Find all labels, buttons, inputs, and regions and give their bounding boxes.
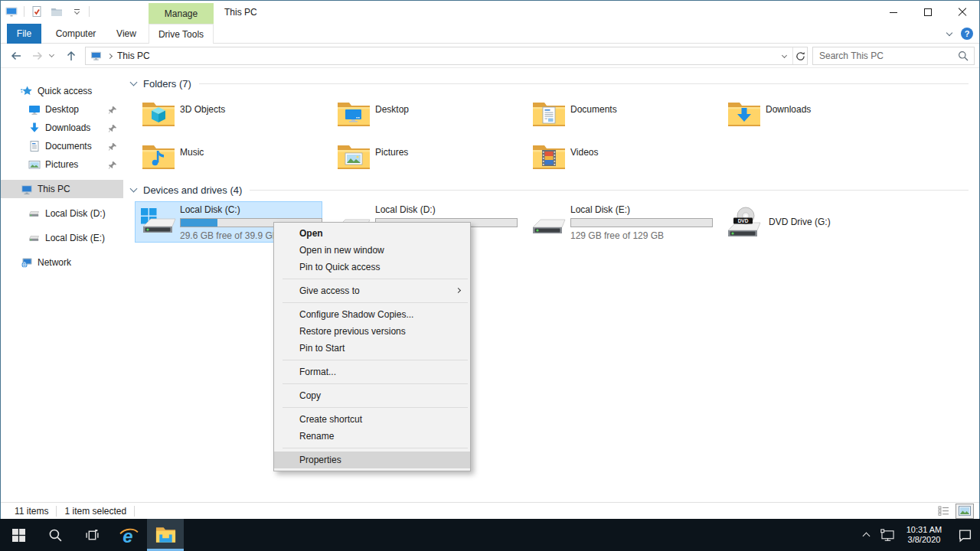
this-pc-icon — [21, 183, 33, 195]
network-icon — [880, 529, 895, 542]
folder-tile-music[interactable]: Music — [141, 139, 336, 182]
sidebar-item-documents[interactable]: Documents — [1, 137, 123, 155]
group-header-folders: Folders (7) — [123, 77, 979, 90]
hard-drive-icon — [28, 232, 41, 244]
taskbar-clock[interactable]: 10:31 AM 3/8/2020 — [899, 525, 949, 545]
sidebar-item-pictures[interactable]: Pictures — [1, 155, 123, 174]
navigation-pane: Quick access Desktop Downloads — [1, 68, 123, 502]
back-button[interactable] — [7, 44, 25, 68]
qat-customize-chevron[interactable] — [69, 4, 84, 19]
refresh-icon[interactable] — [792, 47, 807, 64]
up-button[interactable] — [62, 44, 80, 68]
close-icon — [958, 8, 967, 17]
menu-separator — [283, 302, 468, 303]
qat-new-folder-icon[interactable] — [49, 4, 64, 19]
breadcrumb-this-pc[interactable]: This PC — [117, 51, 150, 61]
menu-item-rename[interactable]: Rename — [274, 428, 470, 445]
dvd-badge: DVD — [738, 218, 749, 223]
folder-tile-pictures[interactable]: Pictures — [336, 139, 531, 182]
menu-item-format[interactable]: Format... — [274, 364, 470, 380]
sidebar-item-this-pc[interactable]: This PC — [1, 180, 123, 198]
file-list-pane: Folders (7) 3D Objects Desktop Documents — [123, 68, 979, 502]
details-view-button[interactable] — [935, 504, 952, 518]
folder-tile-documents[interactable]: Documents — [531, 96, 727, 139]
tab-view[interactable]: View — [106, 24, 146, 44]
hard-drive-icon — [28, 207, 41, 220]
collapse-chevron-icon[interactable] — [130, 185, 138, 193]
folder-tile-downloads[interactable]: Downloads — [727, 96, 922, 139]
tab-drive-tools[interactable]: Drive Tools — [149, 24, 214, 44]
drive-tile-local-disk-e[interactable]: Local Disk (E:) 129 GB free of 129 GB — [525, 201, 713, 243]
folder-videos-icon — [531, 142, 567, 171]
sidebar-item-network[interactable]: Network — [1, 253, 123, 272]
minimize-icon — [890, 12, 897, 13]
minimize-button[interactable] — [876, 1, 910, 24]
close-button[interactable] — [945, 1, 979, 24]
address-bar[interactable]: This PC — [85, 47, 808, 65]
menu-item-configure-shadow-copies[interactable]: Configure Shadow Copies... — [274, 306, 470, 323]
status-separator — [56, 506, 57, 517]
manage-label: Manage — [165, 8, 198, 19]
help-icon[interactable]: ? — [961, 28, 973, 40]
internet-explorer-icon: e — [119, 525, 139, 546]
group-rule — [250, 190, 969, 191]
menu-item-restore-previous-versions[interactable]: Restore previous versions — [274, 323, 470, 340]
drive-name: Local Disk (C:) — [180, 204, 322, 216]
tray-network-button[interactable] — [876, 519, 899, 551]
tab-file[interactable]: File — [7, 24, 41, 44]
menu-item-pin-to-quick-access[interactable]: Pin to Quick access — [274, 259, 470, 276]
search-icon[interactable] — [958, 51, 969, 64]
items-count: 11 items — [15, 506, 48, 517]
status-separator — [134, 506, 135, 517]
menu-item-properties[interactable]: Properties — [274, 452, 470, 468]
explorer-app-icon[interactable] — [4, 4, 19, 19]
selection-count: 1 item selected — [64, 506, 126, 517]
chevron-up-icon — [862, 533, 870, 540]
menu-item-open-in-new-window[interactable]: Open in new window — [274, 242, 470, 259]
qat-properties-icon[interactable] — [29, 4, 44, 19]
maximize-button[interactable] — [910, 1, 945, 24]
drive-name: Local Disk (D:) — [375, 204, 518, 216]
forward-button[interactable] — [28, 44, 47, 68]
network-icon — [21, 256, 33, 269]
collapse-chevron-icon[interactable] — [130, 79, 138, 86]
menu-item-create-shortcut[interactable]: Create shortcut — [274, 411, 470, 428]
sidebar-item-downloads[interactable]: Downloads — [1, 119, 123, 137]
task-view-icon — [85, 528, 100, 543]
sidebar-item-quick-access[interactable]: Quick access — [1, 82, 123, 100]
context-menu: Open Open in new window Pin to Quick acc… — [273, 222, 471, 471]
group-rule — [199, 83, 969, 84]
menu-item-pin-to-start[interactable]: Pin to Start — [274, 340, 470, 357]
quick-access-star-icon — [21, 85, 33, 97]
breadcrumb-chevron-icon[interactable] — [107, 53, 113, 58]
search-input[interactable] — [813, 47, 952, 64]
action-center-button[interactable] — [949, 519, 980, 551]
recent-locations-chevron-icon[interactable] — [45, 44, 57, 68]
sidebar-item-local-disk-e[interactable]: Local Disk (E:) — [1, 229, 123, 247]
group-label[interactable]: Devices and drives (4) — [143, 184, 242, 196]
menu-item-open[interactable]: Open — [274, 225, 470, 242]
navigation-bar: This PC — [1, 44, 979, 68]
menu-item-copy[interactable]: Copy — [274, 387, 470, 404]
drive-tile-dvd-g[interactable]: DVD DVD Drive (G:) — [720, 201, 908, 243]
folder-tile-desktop[interactable]: Desktop — [336, 96, 531, 139]
group-label[interactable]: Folders (7) — [143, 78, 191, 90]
expand-ribbon-chevron-icon[interactable] — [946, 30, 952, 36]
tray-show-hidden-icons-button[interactable] — [856, 519, 876, 551]
sidebar-item-local-disk-d[interactable]: Local Disk (D:) — [1, 204, 123, 223]
internet-explorer-button[interactable]: e — [110, 519, 147, 551]
file-explorer-button[interactable] — [147, 519, 184, 551]
folder-tile-videos[interactable]: Videos — [531, 139, 727, 182]
large-icons-view-button[interactable] — [956, 504, 973, 518]
search-box — [812, 47, 975, 65]
sidebar-item-desktop[interactable]: Desktop — [1, 100, 123, 119]
folder-pictures-icon — [336, 142, 371, 171]
address-dropdown-chevron-icon[interactable] — [776, 47, 792, 64]
tab-computer[interactable]: Computer — [50, 24, 102, 44]
desktop-icon — [28, 103, 41, 116]
menu-item-give-access-to[interactable]: Give access to — [274, 282, 470, 299]
task-view-button[interactable] — [74, 519, 110, 551]
taskbar-search-button[interactable] — [37, 519, 74, 551]
start-button[interactable] — [0, 519, 37, 551]
folder-tile-3d-objects[interactable]: 3D Objects — [141, 96, 336, 139]
